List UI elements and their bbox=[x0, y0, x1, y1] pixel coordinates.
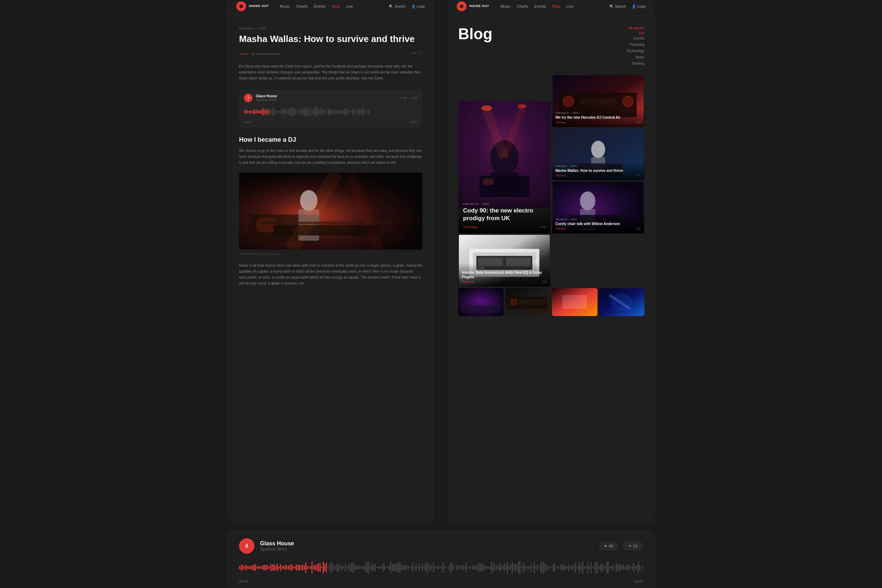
side-article-2[interactable]: February 4 — 2018 Masha Wallas: How to s… bbox=[552, 129, 644, 180]
login-label: Login bbox=[417, 4, 425, 8]
svg-rect-7 bbox=[260, 222, 393, 224]
thumb-1[interactable] bbox=[458, 288, 504, 316]
cat-technology[interactable]: Technology bbox=[627, 48, 644, 54]
right-nav-music[interactable]: Music bbox=[501, 4, 511, 8]
nav-events[interactable]: Events bbox=[314, 4, 326, 8]
side3-date: January 21 — 2019 bbox=[555, 218, 641, 220]
cat-thinking[interactable]: Thinking bbox=[627, 60, 644, 67]
bottom-player-actions: ♥ 45 ⇥ 13 bbox=[599, 541, 643, 550]
svg-rect-24 bbox=[580, 98, 616, 105]
play-pause-button[interactable]: ⏸ bbox=[244, 94, 252, 102]
nav-charts[interactable]: Charts bbox=[296, 4, 307, 8]
nav-blog[interactable]: Blog bbox=[332, 4, 339, 8]
bottom-track-name: Glass House bbox=[260, 540, 294, 547]
share-action[interactable]: ⇥ 13 bbox=[410, 96, 417, 100]
thumb2-img bbox=[505, 288, 550, 316]
right-nav-right: 🔍 Search 👤 Login bbox=[609, 4, 646, 8]
thumb-3[interactable] bbox=[552, 288, 597, 316]
side2-time: 2:57 bbox=[636, 174, 641, 177]
side3-meta: Interview 2:57 bbox=[555, 228, 641, 230]
side-article-4[interactable]: February 15 — 2019 Ableton Beta Announce… bbox=[458, 235, 550, 286]
right-search-button[interactable]: 🔍 Search bbox=[609, 4, 626, 8]
bottom-track-artist: Spotless Mind bbox=[260, 547, 294, 552]
thumb3-img bbox=[552, 288, 597, 316]
svg-rect-40 bbox=[462, 306, 500, 312]
main-feature-title: Cody 90: the new electro prodigy from UK bbox=[463, 207, 546, 222]
right-nav-links: Music Charts Events Blog Live bbox=[501, 4, 609, 8]
article-image bbox=[239, 172, 423, 249]
main-feature-meta: Technology 3:40 bbox=[463, 225, 546, 228]
player-times: 00:24 03:41 bbox=[244, 120, 417, 123]
right-nav-blog[interactable]: Blog bbox=[552, 4, 560, 8]
side4-meta: Technology 3:40 bbox=[462, 281, 547, 283]
bottom-play-pause-button[interactable]: ⏸ bbox=[239, 538, 255, 554]
svg-rect-6 bbox=[274, 225, 379, 236]
bottom-share-button[interactable]: ⇥ 13 bbox=[622, 541, 643, 550]
bottom-like-button[interactable]: ♥ 45 bbox=[599, 542, 619, 550]
heart-icon: ♥ bbox=[604, 544, 607, 548]
blog-header: Blog All articles 249 Events Featuring T… bbox=[458, 25, 644, 67]
player-track-info: Glass House Spotless Mind bbox=[256, 94, 277, 102]
bottom-waveform[interactable] bbox=[239, 559, 643, 577]
side-article-1[interactable]: February 15 — 2018 We try the new Hercul… bbox=[552, 75, 644, 127]
svg-rect-3 bbox=[256, 218, 278, 232]
side3-tag[interactable]: Interview bbox=[555, 228, 565, 230]
right-nav-events[interactable]: Events bbox=[534, 4, 546, 8]
right-login-button[interactable]: 👤 Login bbox=[632, 4, 646, 8]
left-logo[interactable]: INSIDE OUT bbox=[236, 2, 269, 11]
right-nav: INSIDE OUT Music Charts Events Blog Live… bbox=[448, 0, 654, 15]
svg-point-30 bbox=[580, 192, 596, 210]
player-actions: ♥ 40 ⇥ 13 bbox=[401, 96, 417, 100]
article-title: Masha Wallas: How to survive and thrive bbox=[239, 34, 423, 45]
logo-text: INSIDE OUT bbox=[249, 4, 269, 8]
like-action[interactable]: ♥ 40 bbox=[401, 96, 407, 100]
svg-rect-23 bbox=[622, 96, 633, 107]
cat-news[interactable]: News bbox=[627, 54, 644, 60]
right-search-label: Search bbox=[615, 4, 626, 8]
thumb-4[interactable] bbox=[599, 288, 644, 316]
side3-time: 2:57 bbox=[636, 228, 641, 230]
side3-title: Comfy chair talk with Willow Anderson bbox=[555, 222, 641, 226]
total-time: 03:41 bbox=[411, 120, 417, 123]
svg-rect-46 bbox=[562, 295, 587, 309]
blog-categories: All articles 249 Events Featuring Techno… bbox=[627, 25, 644, 67]
side1-overlay: February 15 — 2018 We try the new Hercul… bbox=[552, 108, 644, 127]
section2-body: We choose to go to the moon in this deca… bbox=[239, 148, 423, 165]
search-label: Search bbox=[394, 4, 406, 8]
player-info: ⏸ Glass House Spotless Mind bbox=[244, 94, 277, 102]
right-logo-icon bbox=[457, 2, 466, 11]
user-icon: 👤 bbox=[411, 4, 416, 8]
side4-time: 3:40 bbox=[542, 281, 547, 283]
main-feature-article[interactable]: February 15 — 2018 Cody 90: the new elec… bbox=[458, 75, 550, 234]
main-feature-tag[interactable]: Technology bbox=[463, 225, 477, 228]
cat-featuring[interactable]: Featuring bbox=[627, 42, 644, 48]
main-feature-overlay: February 15 — 2018 Cody 90: the new elec… bbox=[458, 197, 550, 233]
article-tag[interactable]: Article bbox=[239, 52, 248, 56]
cat-events[interactable]: Events bbox=[627, 35, 644, 42]
login-button[interactable]: 👤 Login bbox=[411, 4, 425, 8]
waveform[interactable] bbox=[244, 105, 417, 119]
right-nav-live[interactable]: Live bbox=[566, 4, 573, 8]
track-artist: Spotless Mind bbox=[256, 98, 277, 102]
side1-tag[interactable]: Unboxing bbox=[555, 121, 566, 123]
right-logo[interactable]: INSIDE OUT bbox=[457, 2, 489, 11]
side2-tag[interactable]: Interview bbox=[555, 174, 565, 177]
right-nav-charts[interactable]: Charts bbox=[517, 4, 528, 8]
nav-music[interactable]: Music bbox=[280, 4, 290, 8]
nav-live[interactable]: Live bbox=[346, 4, 353, 8]
cat-all-articles[interactable]: All articles bbox=[627, 25, 644, 32]
like-count: 45 bbox=[609, 544, 613, 548]
side1-title: We try the new Hercules DJ Control Air bbox=[555, 115, 641, 120]
thumb-2[interactable] bbox=[505, 288, 550, 316]
bottom-current-time: 00:24 bbox=[239, 580, 248, 584]
side-article-3[interactable]: January 21 — 2019 Comfy chair talk with … bbox=[552, 182, 644, 234]
side4-tag[interactable]: Technology bbox=[462, 281, 474, 283]
article-meta: Article By Alexander Khees 2:57 + bbox=[239, 50, 423, 56]
bottom-track-info: Glass House Spotless Mind bbox=[260, 540, 294, 552]
bottom-player: ⏸ Glass House Spotless Mind ♥ 45 ⇥ 13 00… bbox=[228, 531, 654, 588]
search-button[interactable]: 🔍 Search bbox=[389, 4, 406, 8]
svg-rect-43 bbox=[510, 298, 517, 306]
svg-rect-22 bbox=[563, 96, 574, 107]
blog-content: Blog All articles 249 Events Featuring T… bbox=[448, 15, 654, 522]
right-login-label: Login bbox=[638, 4, 646, 8]
